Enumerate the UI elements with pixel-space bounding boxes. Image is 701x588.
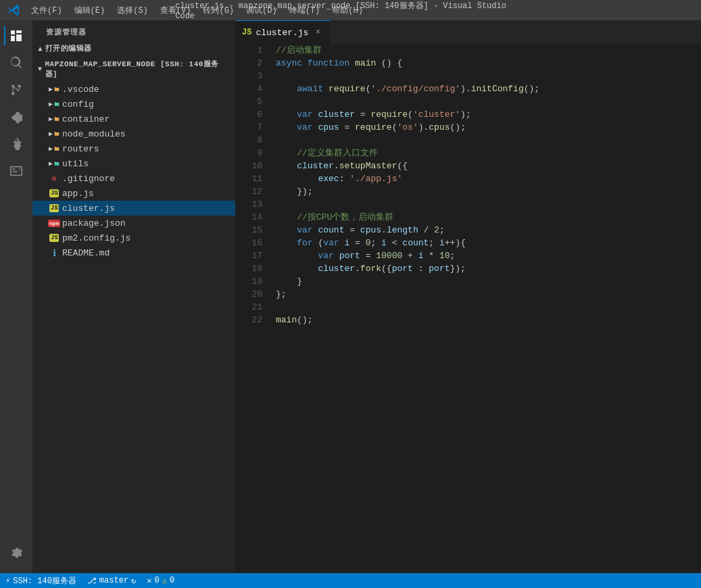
project-header[interactable]: ▼ MAPZONE_MAP_SERVER_NODE [SSH: 140服务器]: [32, 56, 235, 82]
file-tree-item-pm2-config.js[interactable]: JSpm2.config.js: [32, 230, 235, 245]
line-number: 10: [235, 160, 269, 172]
code-line: [276, 95, 701, 108]
file-icon-readme: ℹ: [49, 247, 59, 258]
tree-item-label: utils: [62, 159, 89, 169]
menu-item[interactable]: 选择(S): [112, 3, 153, 18]
line-number: 5: [235, 95, 269, 108]
file-tree-item-routers[interactable]: ▶routers: [32, 141, 235, 156]
status-bar: ⚡ SSH: 140服务器 ⎇ master ↻ ✕ 0 ⚠ 0: [0, 573, 701, 588]
status-ssh-label: SSH: 140服务器: [13, 575, 76, 587]
folder-chevron-icon: ▶: [49, 84, 59, 95]
file-tree-item-package-json[interactable]: npmpackage.json: [32, 216, 235, 230]
folder-chevron-icon: ▶: [49, 143, 59, 154]
code-line: var port = 10000 + i * 10;: [276, 249, 701, 262]
menu-item[interactable]: 编辑(E): [69, 3, 111, 18]
activity-settings[interactable]: [4, 541, 28, 565]
code-line: async function main () {: [276, 57, 701, 70]
main-layout: 资源管理器 ▶ 打开的编辑器 ▼ MAPZONE_MAP_SERVER_NODE…: [0, 20, 701, 573]
line-number: 6: [235, 108, 269, 121]
file-icon-git: ⊖: [49, 173, 59, 184]
line-number: 15: [235, 224, 269, 237]
status-ssh-icon: ⚡: [5, 576, 10, 586]
menu-item[interactable]: 文件(F): [26, 3, 68, 18]
code-line: [276, 198, 701, 211]
file-icon-js: JS: [49, 188, 59, 199]
code-line: });: [276, 185, 701, 198]
tree-item-label: cluster.js: [62, 203, 115, 214]
code-line: //按CPU个数，启动集群: [276, 211, 701, 224]
line-number: 2: [235, 57, 269, 70]
status-errors[interactable]: ✕ 0 ⚠ 0: [141, 573, 180, 588]
tree-item-label: pm2.config.js: [62, 233, 130, 243]
file-tree-item-config[interactable]: ▶config: [32, 97, 235, 112]
warning-count: 0: [170, 576, 174, 585]
line-number: 12: [235, 185, 269, 198]
tab-bar: JS cluster.js ×: [235, 20, 701, 44]
code-line: var cluster = require('cluster');: [276, 108, 701, 121]
tree-item-label: package.json: [62, 218, 126, 228]
tab-icon: JS: [242, 28, 251, 37]
tree-item-label: .vscode: [62, 84, 99, 95]
file-tree-item-utils[interactable]: ▶utils: [32, 156, 235, 171]
line-number: 7: [235, 121, 269, 134]
file-tree-item-README-md[interactable]: ℹREADME.md: [32, 245, 235, 260]
activity-source-control[interactable]: [4, 78, 28, 102]
editor-area: JS cluster.js × 123456789101112131415161…: [235, 20, 701, 573]
folder-chevron-icon: ▶: [49, 114, 59, 124]
tab-close-button[interactable]: ×: [312, 27, 323, 38]
sidebar-title: 资源管理器: [32, 20, 235, 41]
code-line: };: [276, 288, 701, 301]
line-number: 9: [235, 147, 269, 160]
code-line: //启动集群: [276, 44, 701, 57]
line-numbers: 12345678910111213141516171819202122: [235, 44, 269, 573]
title-bar: 文件(F)编辑(E)选择(S)查看(V)转到(G)调试(D)终端(T)帮助(H)…: [0, 0, 701, 20]
activity-extensions[interactable]: [4, 105, 28, 129]
status-branch[interactable]: ⎇ master ↻: [82, 573, 141, 588]
activity-search[interactable]: [4, 51, 28, 75]
tree-item-label: node_modules: [62, 129, 126, 139]
tree-item-label: config: [62, 99, 94, 109]
code-line: [276, 70, 701, 82]
code-line: for (var i = 0; i < count; i++){: [276, 237, 701, 249]
file-tree-item-node_modules[interactable]: ▶node_modules: [32, 126, 235, 141]
editor-content[interactable]: 12345678910111213141516171819202122 //启动…: [235, 44, 701, 573]
project-chevron: ▼: [38, 66, 43, 73]
code-line: cluster.fork({port : port});: [276, 262, 701, 275]
open-editors-header[interactable]: ▶ 打开的编辑器: [32, 41, 235, 56]
tab-cluster-js[interactable]: JS cluster.js ×: [235, 20, 331, 44]
activity-bar: [0, 20, 32, 573]
line-number: 16: [235, 237, 269, 249]
branch-icon: ⎇: [87, 576, 97, 586]
file-icon-npm: npm: [49, 218, 59, 228]
line-number: 4: [235, 82, 269, 95]
activity-explorer[interactable]: [4, 24, 28, 48]
activity-debug[interactable]: [4, 132, 28, 156]
file-tree-item-container[interactable]: ▶container: [32, 112, 235, 126]
svg-point-0: [11, 92, 15, 95]
warning-icon: ⚠: [162, 576, 167, 586]
open-editors-chevron: ▶: [36, 46, 44, 51]
activity-remote[interactable]: [4, 159, 28, 183]
code-line: exec: './app.js': [276, 172, 701, 185]
code-line: }: [276, 275, 701, 288]
explorer-section: ▶ 打开的编辑器 ▼ MAPZONE_MAP_SERVER_NODE [SSH:…: [32, 41, 235, 573]
file-icon-js-config: JS: [49, 232, 59, 243]
code-line: //定义集群入口文件: [276, 147, 701, 160]
file-tree-item-app-js[interactable]: JSapp.js: [32, 186, 235, 201]
line-number: 11: [235, 172, 269, 185]
file-tree-item-cluster-js[interactable]: JScluster.js: [32, 201, 235, 216]
tree-item-label: README.md: [62, 248, 110, 258]
code-line: var cpus = require('os').cpus();: [276, 121, 701, 134]
tree-item-label: routers: [62, 144, 99, 154]
status-ssh[interactable]: ⚡ SSH: 140服务器: [0, 573, 82, 588]
line-number: 14: [235, 211, 269, 224]
line-number: 17: [235, 249, 269, 262]
code-area: //启动集群async function main () { await req…: [269, 44, 701, 573]
open-editors-label: 打开的编辑器: [45, 43, 92, 53]
file-tree-item--vscode[interactable]: ▶.vscode: [32, 82, 235, 97]
line-number: 13: [235, 198, 269, 211]
file-tree-item--gitignore[interactable]: ⊖.gitignore: [32, 171, 235, 186]
line-number: 18: [235, 262, 269, 275]
line-number: 19: [235, 275, 269, 288]
error-icon: ✕: [147, 576, 151, 586]
